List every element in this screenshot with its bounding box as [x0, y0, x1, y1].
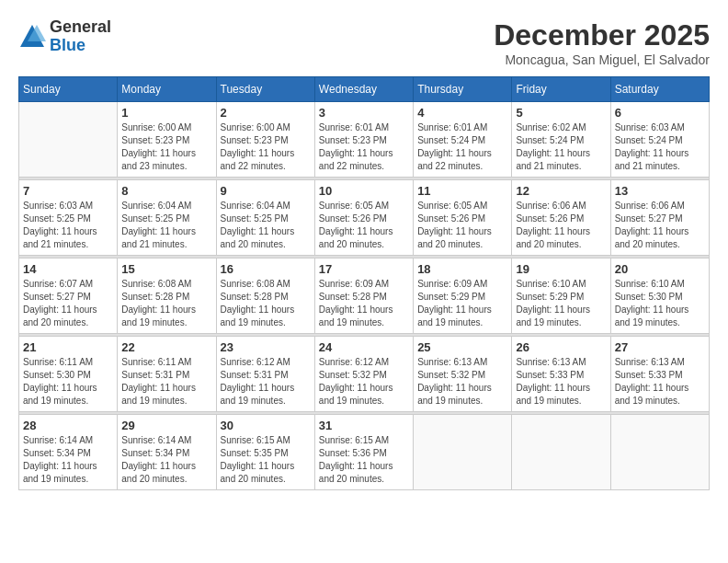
day-info: Sunrise: 6:15 AMSunset: 5:35 PMDaylight:… [221, 434, 311, 486]
day-cell: 8Sunrise: 6:04 AMSunset: 5:25 PMDaylight… [118, 180, 216, 256]
day-number: 21 [23, 340, 113, 354]
header-cell-sunday: Sunday [19, 77, 118, 102]
day-info: Sunrise: 6:04 AMSunset: 5:25 PMDaylight:… [121, 200, 211, 251]
day-cell: 4Sunrise: 6:01 AMSunset: 5:24 PMDaylight… [414, 102, 512, 178]
day-cell [19, 102, 118, 178]
day-number: 8 [121, 184, 211, 198]
day-cell: 1Sunrise: 6:00 AMSunset: 5:23 PMDaylight… [118, 102, 216, 178]
logo-blue: Blue [50, 37, 111, 55]
day-info: Sunrise: 6:11 AMSunset: 5:31 PMDaylight:… [121, 356, 211, 408]
day-number: 6 [615, 106, 705, 120]
day-info: Sunrise: 6:14 AMSunset: 5:34 PMDaylight:… [121, 434, 211, 486]
day-info: Sunrise: 6:13 AMSunset: 5:33 PMDaylight:… [615, 356, 705, 408]
header-row: SundayMondayTuesdayWednesdayThursdayFrid… [19, 77, 710, 102]
logo-general: General [50, 18, 111, 37]
day-info: Sunrise: 6:01 AMSunset: 5:23 PMDaylight:… [319, 121, 409, 173]
day-number: 14 [23, 262, 113, 276]
day-info: Sunrise: 6:08 AMSunset: 5:28 PMDaylight:… [121, 278, 211, 329]
day-cell: 20Sunrise: 6:10 AMSunset: 5:30 PMDayligh… [610, 259, 709, 334]
day-info: Sunrise: 6:12 AMSunset: 5:31 PMDaylight:… [221, 356, 311, 408]
day-info: Sunrise: 6:14 AMSunset: 5:34 PMDaylight:… [23, 434, 113, 486]
day-number: 2 [221, 106, 311, 120]
day-number: 3 [319, 106, 409, 120]
title-block: December 2025 Moncagua, San Miguel, El S… [494, 18, 710, 67]
day-number: 30 [221, 419, 311, 432]
day-info: Sunrise: 6:07 AMSunset: 5:27 PMDaylight:… [23, 278, 113, 329]
day-cell: 3Sunrise: 6:01 AMSunset: 5:23 PMDaylight… [314, 102, 413, 178]
calendar: SundayMondayTuesdayWednesdayThursdayFrid… [18, 76, 710, 490]
day-info: Sunrise: 6:05 AMSunset: 5:26 PMDaylight:… [417, 200, 507, 251]
day-info: Sunrise: 6:03 AMSunset: 5:24 PMDaylight:… [615, 121, 705, 173]
day-number: 26 [516, 340, 606, 354]
week-row-4: 21Sunrise: 6:11 AMSunset: 5:30 PMDayligh… [19, 337, 710, 412]
day-cell: 15Sunrise: 6:08 AMSunset: 5:28 PMDayligh… [118, 259, 216, 334]
week-row-3: 14Sunrise: 6:07 AMSunset: 5:27 PMDayligh… [19, 259, 710, 334]
day-cell: 16Sunrise: 6:08 AMSunset: 5:28 PMDayligh… [216, 259, 314, 334]
day-cell: 14Sunrise: 6:07 AMSunset: 5:27 PMDayligh… [19, 259, 118, 334]
day-number: 4 [417, 106, 507, 120]
day-cell: 2Sunrise: 6:00 AMSunset: 5:23 PMDaylight… [216, 102, 314, 178]
day-info: Sunrise: 6:13 AMSunset: 5:32 PMDaylight:… [417, 356, 507, 408]
day-number: 1 [121, 106, 211, 120]
day-number: 19 [516, 262, 606, 276]
day-number: 18 [417, 262, 507, 276]
day-info: Sunrise: 6:15 AMSunset: 5:36 PMDaylight:… [319, 434, 409, 486]
day-number: 9 [221, 184, 311, 198]
day-number: 24 [319, 340, 409, 354]
day-cell: 25Sunrise: 6:13 AMSunset: 5:32 PMDayligh… [414, 337, 512, 412]
day-cell: 27Sunrise: 6:13 AMSunset: 5:33 PMDayligh… [610, 337, 709, 412]
day-info: Sunrise: 6:03 AMSunset: 5:25 PMDaylight:… [23, 200, 113, 251]
day-cell: 31Sunrise: 6:15 AMSunset: 5:36 PMDayligh… [314, 415, 413, 490]
day-cell [414, 415, 512, 490]
day-cell: 11Sunrise: 6:05 AMSunset: 5:26 PMDayligh… [414, 180, 512, 256]
day-info: Sunrise: 6:10 AMSunset: 5:29 PMDaylight:… [516, 278, 606, 329]
week-row-2: 7Sunrise: 6:03 AMSunset: 5:25 PMDaylight… [19, 180, 710, 256]
day-info: Sunrise: 6:09 AMSunset: 5:28 PMDaylight:… [319, 278, 409, 329]
day-cell: 6Sunrise: 6:03 AMSunset: 5:24 PMDaylight… [610, 102, 709, 178]
day-number: 17 [319, 262, 409, 276]
day-number: 13 [615, 184, 705, 198]
day-cell: 26Sunrise: 6:13 AMSunset: 5:33 PMDayligh… [512, 337, 610, 412]
day-number: 10 [319, 184, 409, 198]
header-cell-friday: Friday [512, 77, 610, 102]
day-info: Sunrise: 6:13 AMSunset: 5:33 PMDaylight:… [516, 356, 606, 408]
logo: General Blue [18, 18, 111, 55]
day-number: 11 [417, 184, 507, 198]
month-title: December 2025 [494, 18, 710, 52]
day-cell: 23Sunrise: 6:12 AMSunset: 5:31 PMDayligh… [216, 337, 314, 412]
header-cell-tuesday: Tuesday [216, 77, 314, 102]
day-info: Sunrise: 6:00 AMSunset: 5:23 PMDaylight:… [221, 121, 311, 173]
day-cell: 9Sunrise: 6:04 AMSunset: 5:25 PMDaylight… [216, 180, 314, 256]
page-header: General Blue December 2025 Moncagua, San… [18, 18, 710, 67]
day-info: Sunrise: 6:09 AMSunset: 5:29 PMDaylight:… [417, 278, 507, 329]
calendar-header: SundayMondayTuesdayWednesdayThursdayFrid… [19, 77, 710, 102]
day-cell: 22Sunrise: 6:11 AMSunset: 5:31 PMDayligh… [118, 337, 216, 412]
week-row-5: 28Sunrise: 6:14 AMSunset: 5:34 PMDayligh… [19, 415, 710, 490]
day-info: Sunrise: 6:06 AMSunset: 5:27 PMDaylight:… [615, 200, 705, 251]
day-number: 25 [417, 340, 507, 354]
day-cell: 29Sunrise: 6:14 AMSunset: 5:34 PMDayligh… [118, 415, 216, 490]
day-number: 31 [319, 419, 409, 432]
logo-text: General Blue [50, 18, 111, 55]
header-cell-thursday: Thursday [414, 77, 512, 102]
day-number: 16 [221, 262, 311, 276]
day-info: Sunrise: 6:01 AMSunset: 5:24 PMDaylight:… [417, 121, 507, 173]
header-cell-saturday: Saturday [610, 77, 709, 102]
day-cell: 21Sunrise: 6:11 AMSunset: 5:30 PMDayligh… [19, 337, 118, 412]
calendar-body: 1Sunrise: 6:00 AMSunset: 5:23 PMDaylight… [19, 102, 710, 490]
day-info: Sunrise: 6:04 AMSunset: 5:25 PMDaylight:… [221, 200, 311, 251]
day-number: 7 [23, 184, 113, 198]
day-info: Sunrise: 6:02 AMSunset: 5:24 PMDaylight:… [516, 121, 606, 173]
day-info: Sunrise: 6:10 AMSunset: 5:30 PMDaylight:… [615, 278, 705, 329]
day-number: 23 [221, 340, 311, 354]
day-info: Sunrise: 6:12 AMSunset: 5:32 PMDaylight:… [319, 356, 409, 408]
location: Moncagua, San Miguel, El Salvador [494, 52, 710, 67]
day-cell [610, 415, 709, 490]
day-cell: 7Sunrise: 6:03 AMSunset: 5:25 PMDaylight… [19, 180, 118, 256]
day-cell: 28Sunrise: 6:14 AMSunset: 5:34 PMDayligh… [19, 415, 118, 490]
day-cell: 17Sunrise: 6:09 AMSunset: 5:28 PMDayligh… [314, 259, 413, 334]
day-number: 20 [615, 262, 705, 276]
day-cell: 12Sunrise: 6:06 AMSunset: 5:26 PMDayligh… [512, 180, 610, 256]
day-cell [512, 415, 610, 490]
week-row-1: 1Sunrise: 6:00 AMSunset: 5:23 PMDaylight… [19, 102, 710, 178]
